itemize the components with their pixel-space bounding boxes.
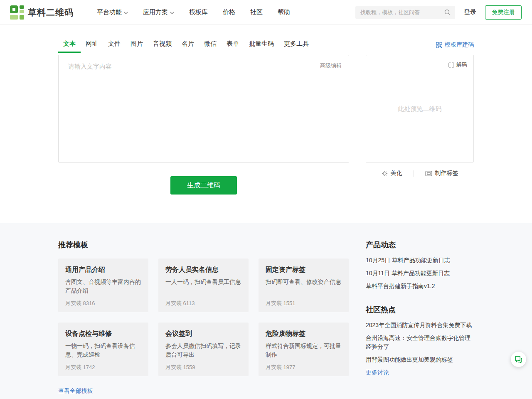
text-content-input[interactable] <box>59 55 349 162</box>
community-item[interactable]: 2023年全国消防宣传月资料合集免费下载 <box>366 321 474 330</box>
qr-preview-panel: 解码 此处预览二维码 <box>366 55 474 163</box>
card-installs: 月安装 8316 <box>65 300 142 307</box>
beautify-button[interactable]: 美化 <box>382 170 402 177</box>
news-item[interactable]: 草料平台搭建新手指南v1.2 <box>366 282 474 291</box>
product-news-title: 产品动态 <box>366 240 474 250</box>
template-card[interactable]: 危险废物标签 样式符合新国标规定，可批量制作 月安装 1977 <box>259 323 349 376</box>
tab-batch-generate[interactable]: 批量生码 <box>244 37 279 53</box>
decode-link[interactable]: 解码 <box>448 61 467 69</box>
card-title: 劳务人员实名信息 <box>165 266 242 274</box>
card-desc: 扫码即可查看、修改资产信息 <box>266 278 342 286</box>
template-build-link[interactable]: 模板库建码 <box>436 41 474 53</box>
recommended-templates: 推荐模板 通用产品介绍 含图文、音视频等丰富内容的产品介绍 月安装 8316 劳… <box>58 240 349 395</box>
nav-label: 帮助 <box>278 8 290 16</box>
preview-placeholder-text: 此处预览二维码 <box>366 105 473 113</box>
qr-grid-icon <box>436 42 442 48</box>
search-input[interactable] <box>360 9 444 15</box>
card-installs: 月安装 6113 <box>165 300 242 307</box>
nav-label: 应用方案 <box>143 8 168 16</box>
card-title: 通用产品介绍 <box>65 266 142 274</box>
register-button[interactable]: 免费注册 <box>485 5 522 20</box>
nav-item-community[interactable]: 社区 <box>250 8 263 16</box>
nav-item-solutions[interactable]: 应用方案 <box>143 8 174 16</box>
tab-wechat[interactable]: 微信 <box>199 37 222 53</box>
template-card[interactable]: 通用产品介绍 含图文、音视频等丰富内容的产品介绍 月安装 8316 <box>58 259 148 312</box>
template-card[interactable]: 固定资产标签 扫码即可查看、修改资产信息 月安装 1551 <box>259 259 349 312</box>
card-title: 危险废物标签 <box>266 330 342 338</box>
header: 草料二维码 平台功能 应用方案 模板库 价格 社区 帮助 登录 免费注册 <box>0 0 532 25</box>
tabs: 文本 网址 文件 图片 音视频 名片 微信 表单 批量生码 更多工具 <box>58 37 314 53</box>
news-item[interactable]: 10月25日 草料产品功能更新日志 <box>366 256 474 265</box>
qr-preview-column: 解码 此处预览二维码 美化 <box>366 55 474 163</box>
card-installs: 月安装 1551 <box>266 300 342 307</box>
tab-audio-video[interactable]: 音视频 <box>148 37 177 53</box>
card-title: 固定资产标签 <box>266 266 342 274</box>
more-discussions-link[interactable]: 更多讨论 <box>366 369 389 377</box>
templates-title: 推荐模板 <box>58 240 349 250</box>
preview-actions: 美化 制作标签 <box>366 170 474 177</box>
generator-tabbar: 文本 网址 文件 图片 音视频 名片 微信 表单 批量生码 更多工具 模板库建码 <box>58 37 474 53</box>
card-desc: 样式符合新国标规定，可批量制作 <box>266 342 342 359</box>
template-cards: 通用产品介绍 含图文、音视频等丰富内容的产品介绍 月安装 8316 劳务人员实名… <box>58 259 349 376</box>
tab-image[interactable]: 图片 <box>126 37 148 53</box>
nav-label: 平台功能 <box>97 8 122 16</box>
tab-more-tools[interactable]: 更多工具 <box>279 37 314 53</box>
template-card[interactable]: 设备点检与维修 一物一码，扫码查看设备信息、完成巡检 月安装 1742 <box>58 323 148 376</box>
decode-scan-icon <box>448 62 454 68</box>
logo-qr-icon <box>10 5 24 20</box>
text-input-panel: 高级编辑 <box>58 55 349 163</box>
tab-text[interactable]: 文本 <box>58 37 81 53</box>
nav-label: 社区 <box>250 8 263 16</box>
community-hot-list: 2023年全国消防宣传月资料合集免费下载 台州沿海高速：安全管理台账数字化管理经… <box>366 321 474 364</box>
generator-section: 文本 网址 文件 图片 音视频 名片 微信 表单 批量生码 更多工具 模板库建码 <box>0 25 532 223</box>
tab-business-card[interactable]: 名片 <box>177 37 199 53</box>
card-desc: 一人一码，扫码查看员工信息 <box>165 278 242 286</box>
card-installs: 月安装 1977 <box>266 364 342 371</box>
make-label-button[interactable]: 制作标签 <box>425 170 458 177</box>
card-desc: 含图文、音视频等丰富内容的产品介绍 <box>65 278 142 295</box>
search-box <box>355 6 455 19</box>
tab-form[interactable]: 表单 <box>222 37 244 53</box>
main-nav: 平台功能 应用方案 模板库 价格 社区 帮助 <box>97 8 290 16</box>
community-item[interactable]: 台州沿海高速：安全管理台账数字化管理经验分享 <box>366 334 474 351</box>
search-icon[interactable] <box>444 9 451 16</box>
card-title: 设备点检与维修 <box>65 330 142 338</box>
community-item[interactable]: 用背景图功能做出更加美观的标签 <box>366 355 474 364</box>
generate-qr-button[interactable]: 生成二维码 <box>170 176 237 195</box>
card-title: 会议签到 <box>165 330 242 338</box>
login-link[interactable]: 登录 <box>464 8 476 16</box>
view-all-templates-link[interactable]: 查看全部模板 <box>58 387 93 395</box>
chevron-down-icon <box>170 12 174 14</box>
vertical-divider <box>414 170 414 177</box>
nav-item-help[interactable]: 帮助 <box>278 8 290 16</box>
tab-url[interactable]: 网址 <box>81 37 103 53</box>
nav-item-platform-features[interactable]: 平台功能 <box>97 8 128 16</box>
product-news-list: 10月25日 草料产品功能更新日志 10月11日 草料产品功能更新日志 草料平台… <box>366 256 474 291</box>
template-build-label: 模板库建码 <box>445 41 474 49</box>
logo-text: 草料二维码 <box>28 7 74 18</box>
nav-label: 价格 <box>223 8 235 16</box>
template-card[interactable]: 会议签到 参会人员微信扫码填写，记录后台可导出 月安装 1559 <box>158 323 249 376</box>
nav-item-template-library[interactable]: 模板库 <box>189 8 208 16</box>
template-card[interactable]: 劳务人员实名信息 一人一码，扫码查看员工信息 月安装 6113 <box>158 259 249 312</box>
tab-file[interactable]: 文件 <box>103 37 126 53</box>
sparkle-icon <box>382 170 388 177</box>
news-item[interactable]: 10月11日 草料产品功能更新日志 <box>366 269 474 278</box>
chat-support-button[interactable] <box>511 352 526 367</box>
beautify-label: 美化 <box>391 170 402 177</box>
nav-label: 模板库 <box>189 8 208 16</box>
advanced-edit-link[interactable]: 高级编辑 <box>320 62 342 69</box>
make-label-label: 制作标签 <box>435 170 458 177</box>
header-right: 登录 免费注册 <box>355 5 522 20</box>
logo[interactable]: 草料二维码 <box>10 5 74 20</box>
card-installs: 月安装 1559 <box>165 364 242 371</box>
chevron-down-icon <box>124 12 128 14</box>
label-tag-icon <box>425 171 432 176</box>
bottom-section: 推荐模板 通用产品介绍 含图文、音视频等丰富内容的产品介绍 月安装 8316 劳… <box>0 223 532 399</box>
nav-item-pricing[interactable]: 价格 <box>223 8 235 16</box>
news-column: 产品动态 10月25日 草料产品功能更新日志 10月11日 草料产品功能更新日志… <box>366 240 474 395</box>
card-installs: 月安装 1742 <box>65 364 142 371</box>
chat-bubbles-icon <box>515 356 522 363</box>
card-desc: 参会人员微信扫码填写，记录后台可导出 <box>165 342 242 359</box>
community-hot-title: 社区热点 <box>366 305 474 315</box>
